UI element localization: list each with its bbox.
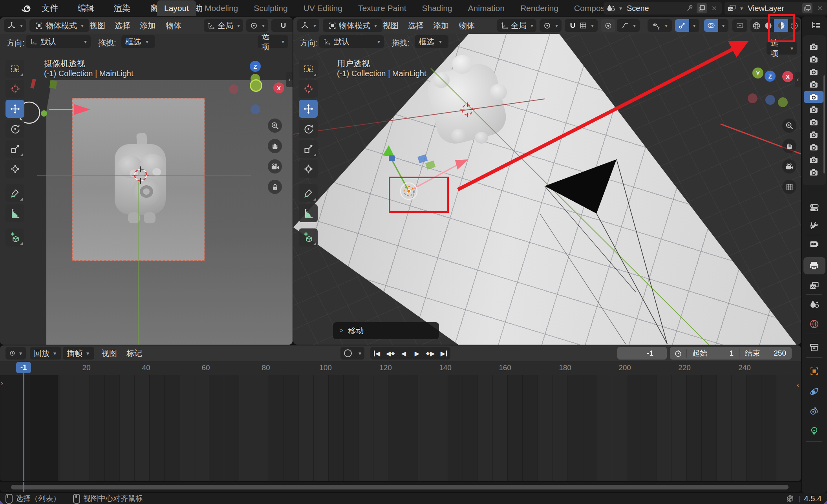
menu-viewport-object[interactable]: 物体 bbox=[165, 17, 183, 34]
menu-render[interactable]: 渲染 bbox=[112, 0, 133, 16]
drag-dropdown[interactable]: 框选▾ bbox=[415, 35, 448, 48]
outliner-item-camera[interactable] bbox=[804, 53, 823, 65]
workspace-tab-shading[interactable]: Shading bbox=[415, 0, 459, 16]
menu-viewport-object[interactable]: 物体 bbox=[458, 17, 476, 34]
lock-view-button[interactable] bbox=[268, 180, 282, 194]
tool-add-cube[interactable] bbox=[5, 228, 24, 247]
jump-to-start-button[interactable]: ◀ bbox=[370, 347, 384, 359]
outliner-item-camera[interactable] bbox=[804, 129, 823, 141]
tool-box-select[interactable] bbox=[5, 60, 24, 78]
zoom-button[interactable] bbox=[268, 119, 282, 133]
timeline-track[interactable] bbox=[0, 375, 801, 481]
pin-icon[interactable] bbox=[686, 4, 694, 13]
overlays-toggle[interactable] bbox=[704, 19, 718, 32]
transform-orientation-dropdown[interactable]: 全局▾ bbox=[497, 19, 536, 32]
axis-x-ball[interactable]: X bbox=[273, 82, 284, 93]
sidebar-collapse-arrow[interactable]: ‹ bbox=[795, 72, 801, 87]
workspace-tab-rendering[interactable]: Rendering bbox=[513, 0, 565, 16]
axis-y-ball[interactable]: Y bbox=[752, 68, 763, 79]
tool-scale[interactable] bbox=[5, 140, 24, 158]
editor-type-button[interactable]: ▾ bbox=[4, 19, 26, 32]
zoom-button[interactable] bbox=[782, 119, 796, 133]
pan-hand-button[interactable] bbox=[782, 139, 796, 153]
axis-x-neg-ball[interactable] bbox=[229, 84, 238, 94]
outliner-scrollbar[interactable] bbox=[823, 75, 825, 173]
gizmo-y-arrow[interactable] bbox=[383, 145, 395, 157]
shading-wireframe-button[interactable] bbox=[750, 19, 762, 32]
options-dropdown[interactable]: 选项▾ bbox=[258, 35, 288, 48]
operator-panel-move[interactable]: > 移动 bbox=[333, 322, 439, 339]
direction-dropdown[interactable]: 默认▾ bbox=[26, 35, 91, 48]
snap-dropdown[interactable]: ▾ bbox=[565, 19, 598, 32]
timeline-view-menu[interactable]: 视图 bbox=[101, 345, 117, 361]
axis-neg-ball[interactable] bbox=[765, 95, 775, 105]
properties-tab-view-layer[interactable] bbox=[807, 279, 821, 292]
outliner-item-camera-active[interactable] bbox=[804, 91, 823, 103]
tool-cursor[interactable] bbox=[299, 80, 318, 98]
drag-dropdown[interactable]: 框选▾ bbox=[121, 35, 155, 48]
tool-rotate[interactable] bbox=[5, 120, 24, 138]
tool-cursor[interactable] bbox=[5, 80, 24, 98]
snap-toggle[interactable] bbox=[271, 19, 293, 32]
chevron-down-icon[interactable]: ▾ bbox=[740, 5, 743, 11]
timeline-ruler[interactable]: 20 40 60 80 100 120 140 160 180 200 220 … bbox=[0, 361, 801, 376]
viewlayer-icon[interactable] bbox=[727, 4, 736, 13]
pivot-point-dropdown[interactable]: ▾ bbox=[246, 19, 268, 32]
workspace-tab-animation[interactable]: Animation bbox=[461, 0, 512, 16]
mode-dropdown[interactable]: 物体模式▾ bbox=[323, 19, 382, 32]
tool-transform[interactable] bbox=[5, 160, 24, 178]
workspace-tab-modeling[interactable]: Modeling bbox=[198, 0, 245, 16]
axis-neg-ball[interactable] bbox=[778, 97, 788, 107]
proportional-edit-toggle[interactable] bbox=[601, 19, 615, 32]
play-button[interactable]: ▶ bbox=[410, 347, 424, 359]
outliner-item-camera[interactable] bbox=[804, 166, 823, 178]
properties-tab-scene[interactable] bbox=[807, 298, 821, 311]
tool-move[interactable] bbox=[299, 100, 318, 118]
transform-orientation-dropdown[interactable]: 全局▾ bbox=[204, 19, 243, 32]
outliner-item-camera[interactable] bbox=[804, 41, 823, 53]
frame-start-field[interactable]: 起始1 bbox=[687, 348, 739, 358]
gizmo-handle[interactable] bbox=[389, 155, 395, 161]
offline-globe-icon[interactable] bbox=[786, 494, 794, 503]
camera-object[interactable] bbox=[540, 159, 667, 344]
new-scene-button[interactable] bbox=[697, 3, 707, 13]
tool-scale[interactable] bbox=[299, 140, 318, 158]
sidebar-collapse-arrow[interactable]: ‹ bbox=[286, 72, 293, 87]
horizontal-scrollbar[interactable] bbox=[11, 485, 789, 489]
overlays-dropdown[interactable]: ▾ bbox=[718, 19, 728, 32]
playhead-badge[interactable]: -1 bbox=[16, 362, 31, 373]
pan-hand-button[interactable] bbox=[268, 139, 282, 153]
current-frame-field[interactable]: -1 bbox=[617, 347, 667, 360]
blender-logo-icon[interactable] bbox=[21, 3, 32, 14]
next-keyframe-button[interactable]: ◆▶ bbox=[424, 347, 437, 359]
outliner-item-camera[interactable] bbox=[804, 79, 823, 90]
tool-rotate[interactable] bbox=[299, 120, 318, 138]
outliner-item-camera[interactable] bbox=[804, 154, 823, 166]
outliner-item-camera[interactable] bbox=[804, 66, 823, 78]
properties-tab-object[interactable] bbox=[807, 364, 821, 378]
auto-key-button[interactable] bbox=[340, 349, 355, 357]
jump-to-end-button[interactable]: ▶ bbox=[437, 347, 450, 359]
tool-measure[interactable] bbox=[5, 204, 24, 222]
frame-end-field[interactable]: 结束250 bbox=[739, 348, 792, 358]
properties-tab-output[interactable] bbox=[807, 259, 821, 272]
camera-view-button[interactable] bbox=[782, 159, 796, 173]
menu-viewport-add[interactable]: 添加 bbox=[432, 17, 450, 34]
properties-tab-tool[interactable] bbox=[807, 219, 821, 233]
editor-type-button[interactable]: ▾ bbox=[297, 19, 319, 32]
axis-z-neg-ball[interactable] bbox=[251, 104, 260, 114]
mode-dropdown[interactable]: 物体模式▾ bbox=[29, 19, 89, 32]
menu-viewport-view[interactable]: 视图 bbox=[88, 17, 106, 34]
channel-expand-arrow[interactable]: › bbox=[1, 379, 3, 387]
outliner-item-camera[interactable] bbox=[804, 141, 823, 153]
gizmo-x-arrow[interactable] bbox=[74, 104, 90, 115]
axis-neg-ball[interactable] bbox=[748, 93, 757, 103]
menu-viewport-add[interactable]: 添加 bbox=[139, 17, 157, 34]
tool-annotate[interactable] bbox=[5, 184, 24, 202]
scene-name[interactable]: Scene bbox=[624, 4, 683, 13]
tool-box-select[interactable] bbox=[299, 60, 318, 78]
axis-z-ball[interactable]: Z bbox=[765, 71, 776, 82]
ortho-grid-button[interactable] bbox=[782, 180, 796, 194]
use-preview-range-toggle[interactable] bbox=[670, 349, 687, 358]
menu-viewport-select[interactable]: 选择 bbox=[113, 17, 132, 34]
